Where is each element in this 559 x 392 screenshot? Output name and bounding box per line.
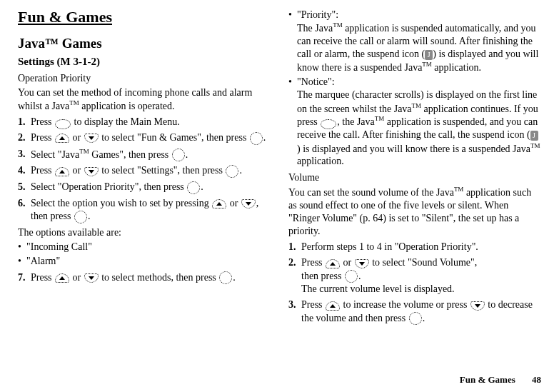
- text: Press: [31, 132, 54, 143]
- text: .: [358, 271, 361, 281]
- text: You can set the sound volume of the Java: [288, 186, 454, 197]
- tm-superscript: TM: [375, 115, 385, 122]
- text: .: [201, 181, 203, 192]
- step-number: 4.: [18, 164, 31, 177]
- steps-list-left: 1. Press to display the Main Menu. 2. Pr…: [18, 116, 271, 223]
- text: The current volume level is displayed.: [301, 283, 455, 294]
- step-text: Press or to select "Fun & Games", then p…: [31, 131, 271, 145]
- text: or: [227, 198, 241, 208]
- section-heading-settings: Settings (M 3-1-2): [18, 55, 271, 69]
- up-key-icon: [212, 199, 226, 208]
- step-number: 1.: [18, 116, 31, 129]
- up-key-icon: [55, 167, 69, 176]
- tm-superscript: TM: [422, 61, 432, 68]
- nav-key-icon: [321, 119, 336, 129]
- text: or: [70, 132, 84, 143]
- subhead-operation-priority: Operation Priority: [18, 72, 271, 85]
- text: "Alarm": [26, 255, 271, 268]
- steps-list-left-cont: 7. Press or to select methods, then pres…: [18, 271, 271, 285]
- text: or: [341, 257, 354, 268]
- step-4: 4. Press or to select "Settings", then p…: [18, 164, 271, 178]
- text: The Java: [297, 23, 333, 34]
- text: or: [70, 272, 84, 283]
- tm-superscript: TM: [79, 148, 89, 155]
- bullet: •: [18, 241, 26, 253]
- vstep-1: 1. Perform steps 1 to 4 in "Operation Pr…: [288, 241, 541, 253]
- step-number: 1.: [288, 241, 301, 253]
- tm-superscript: TM: [530, 142, 540, 149]
- step-number: 3.: [18, 148, 31, 161]
- vstep-2: 2. Press or to select "Sound Volume", th…: [288, 256, 541, 296]
- vstep-3: 3. Press to increase the volume or press…: [288, 298, 541, 325]
- text: .: [186, 149, 188, 160]
- bullet: •: [288, 76, 297, 89]
- down-key-icon: [470, 301, 485, 311]
- text: .: [233, 272, 236, 283]
- text: .: [423, 313, 425, 323]
- desc-priority: • "Priority": The JavaTM application is …: [288, 9, 541, 74]
- text: Press: [31, 116, 54, 127]
- page-columns: Fun & Games Java™ Games Settings (M 3-1-…: [0, 0, 559, 328]
- step-text: Press or to select "Sound Volume", then …: [301, 256, 541, 296]
- text: application is operated.: [79, 101, 175, 111]
- tm-superscript: TM: [412, 102, 422, 109]
- method-descriptions: • "Priority": The JavaTM application is …: [288, 9, 541, 169]
- text: ) is displayed and you will know there i…: [297, 143, 530, 154]
- step-text: Select "Operation Priority", then press …: [31, 181, 271, 194]
- step-number: 3.: [288, 298, 301, 311]
- text: Press: [31, 165, 54, 176]
- footer-page-number: 48: [532, 374, 541, 385]
- page-title: Fun & Games: [18, 7, 271, 28]
- text: Select "Java: [31, 149, 79, 160]
- text: application.: [432, 62, 481, 73]
- step-number: 2.: [288, 256, 301, 269]
- ok-key-icon: [345, 270, 358, 283]
- text: to display the Main Menu.: [71, 116, 180, 127]
- step-number: 6.: [18, 197, 31, 210]
- right-column: • "Priority": The JavaTM application is …: [288, 7, 541, 328]
- step-number: 2.: [18, 131, 31, 144]
- nav-key-icon: [55, 119, 71, 129]
- desc-notice: • "Notice": The marquee (character scrol…: [288, 76, 541, 168]
- up-key-icon: [55, 273, 69, 283]
- up-key-icon: [326, 259, 340, 268]
- text: then press: [301, 271, 344, 281]
- step-5: 5. Select "Operation Priority", then pre…: [18, 181, 271, 194]
- footer-title: Fun & Games: [460, 374, 515, 385]
- section-heading-java-games: Java™ Games: [18, 35, 271, 53]
- step-text: Press to display the Main Menu.: [31, 116, 271, 129]
- ok-key-icon: [219, 271, 232, 284]
- text: Games", then press: [89, 149, 171, 160]
- label: "Notice":: [297, 76, 335, 87]
- text: Press: [301, 257, 325, 268]
- text: Press: [31, 272, 54, 283]
- text: .: [239, 165, 242, 176]
- text: "Incoming Call": [26, 241, 271, 253]
- up-key-icon: [326, 301, 340, 311]
- step-6: 6. Select the option you wish to set by …: [18, 197, 271, 223]
- down-key-icon: [241, 199, 256, 208]
- volume-intro: You can set the sound volume of the Java…: [288, 186, 541, 238]
- bullet: •: [288, 9, 297, 21]
- step-text: Select the option you wish to set by pre…: [31, 197, 271, 223]
- text: Select "Operation Priority", then press: [31, 181, 186, 192]
- page-footer: Fun & Games 48: [460, 374, 541, 386]
- left-column: Fun & Games Java™ Games Settings (M 3-1-…: [18, 7, 271, 328]
- ok-key-icon: [187, 181, 200, 194]
- text: to select methods, then press: [99, 272, 219, 283]
- step-3: 3. Select "JavaTM Games", then press .: [18, 148, 271, 161]
- ok-key-icon: [250, 132, 263, 145]
- ok-key-icon: [226, 165, 238, 178]
- ok-key-icon: [172, 149, 185, 161]
- bullet: •: [18, 255, 26, 268]
- suspend-j-icon: J: [425, 50, 433, 60]
- text: "Notice": The marquee (character scrolls…: [297, 76, 541, 168]
- subhead-volume: Volume: [288, 171, 541, 184]
- step-1: 1. Press to display the Main Menu.: [18, 116, 271, 129]
- text: to increase the volume or press: [341, 299, 470, 310]
- down-key-icon: [84, 134, 99, 143]
- step-text: Select "JavaTM Games", then press .: [31, 148, 271, 161]
- down-key-icon: [355, 259, 369, 268]
- ok-key-icon: [74, 211, 87, 223]
- step-7: 7. Press or to select methods, then pres…: [18, 271, 271, 285]
